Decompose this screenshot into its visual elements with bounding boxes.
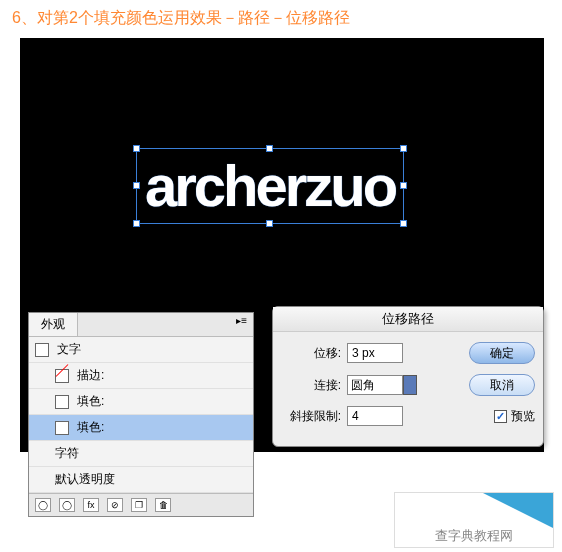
duplicate-icon[interactable]: ❐: [131, 498, 147, 512]
panel-header: 外观 ▸≡: [29, 313, 253, 337]
preview-checkbox[interactable]: ✓ 预览: [494, 408, 535, 425]
handle-mr[interactable]: [400, 182, 407, 189]
offset-path-dialog: 位移路径 位移: 确定 连接: 圆角 取消 斜接限制: ✓ 预览: [272, 306, 544, 447]
handle-br[interactable]: [400, 220, 407, 227]
row-label: 默认透明度: [55, 471, 247, 488]
appearance-type-row[interactable]: 文字: [29, 337, 253, 363]
appearance-row-0[interactable]: 描边:: [29, 363, 253, 389]
type-label: 文字: [57, 341, 247, 358]
clear-icon[interactable]: ⊘: [107, 498, 123, 512]
join-spinner-icon[interactable]: [403, 375, 417, 395]
ok-button[interactable]: 确定: [469, 342, 535, 364]
appearance-row-3[interactable]: 字符: [29, 441, 253, 467]
handle-ml[interactable]: [133, 182, 140, 189]
watermark: 查字典教程网: [394, 492, 554, 548]
type-swatch: [35, 343, 49, 357]
new-fill-icon[interactable]: ◯: [35, 498, 51, 512]
swatch-icon[interactable]: [55, 395, 69, 409]
fx-icon[interactable]: fx: [83, 498, 99, 512]
dialog-title: 位移路径: [273, 307, 543, 332]
handle-tr[interactable]: [400, 145, 407, 152]
watermark-text: 查字典教程网: [395, 527, 553, 545]
step-title: 6、对第2个填充颜色运用效果－路径－位移路径: [0, 0, 562, 37]
watermark-triangle: [483, 493, 553, 528]
selected-text-object[interactable]: archerzuo: [136, 148, 404, 224]
row-label: 描边:: [77, 367, 247, 384]
swatch-icon[interactable]: [55, 369, 69, 383]
miter-input[interactable]: [347, 406, 403, 426]
trash-icon[interactable]: 🗑: [155, 498, 171, 512]
appearance-panel[interactable]: 外观 ▸≡ 文字 描边:填色:填色:字符默认透明度 ◯ ◯ fx ⊘ ❐ 🗑: [28, 312, 254, 517]
miter-label: 斜接限制:: [281, 408, 341, 425]
offset-label: 位移:: [281, 345, 341, 362]
row-label: 填色:: [77, 393, 247, 410]
appearance-row-4[interactable]: 默认透明度: [29, 467, 253, 493]
offset-input[interactable]: [347, 343, 403, 363]
handle-bl[interactable]: [133, 220, 140, 227]
cancel-button[interactable]: 取消: [469, 374, 535, 396]
join-label: 连接:: [281, 377, 341, 394]
appearance-row-2[interactable]: 填色:: [29, 415, 253, 441]
panel-footer: ◯ ◯ fx ⊘ ❐ 🗑: [29, 493, 253, 516]
row-label: 字符: [55, 445, 247, 462]
join-select[interactable]: 圆角: [347, 375, 403, 395]
selection-bounds: [136, 148, 404, 224]
handle-bm[interactable]: [266, 220, 273, 227]
preview-label: 预览: [511, 408, 535, 425]
handle-tl[interactable]: [133, 145, 140, 152]
handle-tm[interactable]: [266, 145, 273, 152]
panel-tab-appearance[interactable]: 外观: [29, 313, 78, 336]
row-label: 填色:: [77, 419, 247, 436]
checkbox-icon: ✓: [494, 410, 507, 423]
panel-menu-icon[interactable]: ▸≡: [230, 313, 253, 336]
swatch-icon[interactable]: [55, 421, 69, 435]
appearance-row-1[interactable]: 填色:: [29, 389, 253, 415]
new-stroke-icon[interactable]: ◯: [59, 498, 75, 512]
